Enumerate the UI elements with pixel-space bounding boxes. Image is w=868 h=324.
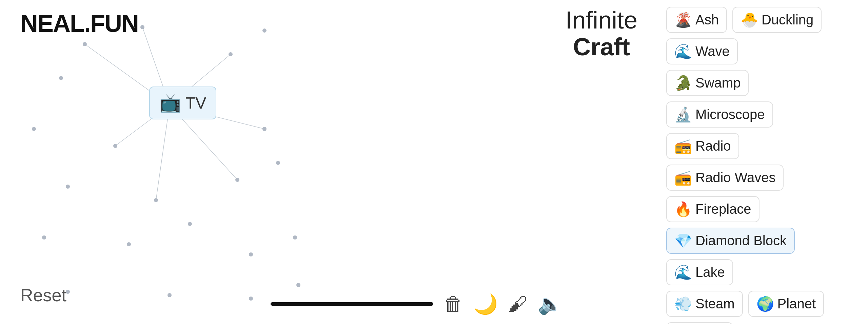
fireplace-label: Fireplace [695, 202, 751, 217]
microscope-label: Microscope [695, 107, 765, 122]
toolbar-bar [271, 302, 433, 306]
sidebar-row-2: 📻Radio📻Radio Waves [666, 133, 860, 191]
radio-waves-label: Radio Waves [695, 170, 775, 185]
radio-waves-emoji: 📻 [674, 171, 692, 185]
sidebar-row-3: 🔥Fireplace [666, 196, 860, 222]
svg-point-17 [66, 185, 70, 189]
svg-point-19 [235, 178, 239, 182]
svg-point-16 [262, 127, 267, 131]
sidebar-item-steam[interactable]: 💨Steam [666, 291, 743, 317]
svg-point-20 [276, 161, 280, 165]
svg-point-10 [59, 76, 63, 80]
background-dots [0, 0, 658, 324]
lake-emoji: 🌊 [674, 265, 692, 280]
svg-point-28 [249, 297, 253, 301]
sidebar-item-radio-waves[interactable]: 📻Radio Waves [666, 165, 784, 191]
wave-label: Wave [695, 44, 730, 59]
svg-point-22 [127, 242, 131, 246]
logo: NEAL.FUN [20, 9, 138, 37]
sidebar-row-4: 💎Diamond Block🌊Lake [666, 228, 860, 285]
svg-point-11 [229, 52, 233, 56]
ash-label: Ash [695, 12, 719, 27]
sidebar-item-diamond-block[interactable]: 💎Diamond Block [666, 228, 795, 254]
svg-point-21 [42, 235, 46, 240]
svg-point-9 [140, 25, 144, 29]
sidebar-item-swamp[interactable]: 🐊Swamp [666, 70, 749, 96]
trash-icon[interactable]: 🗑 [443, 294, 463, 314]
brush-icon[interactable]: 🖌 [508, 294, 528, 314]
svg-point-13 [32, 127, 36, 131]
reset-button[interactable]: Reset [20, 285, 66, 305]
canvas-tv-element[interactable]: 📺 TV [149, 87, 216, 119]
svg-point-29 [296, 283, 300, 287]
svg-point-25 [293, 235, 297, 240]
svg-line-6 [156, 105, 170, 200]
swamp-emoji: 🐊 [674, 76, 692, 90]
svg-point-27 [167, 293, 172, 297]
sidebar-item-radio[interactable]: 📻Radio [666, 133, 739, 159]
title-craft: Craft [566, 34, 637, 60]
sidebar-row-0: 🌋Ash🐣Duckling🌊Wave [666, 7, 860, 64]
planet-emoji: 🌍 [756, 297, 774, 311]
sidebar-item-lava[interactable]: 🌋Lava [666, 322, 733, 324]
ash-emoji: 🌋 [674, 13, 692, 27]
fireplace-emoji: 🔥 [674, 202, 692, 216]
svg-point-14 [113, 144, 117, 148]
svg-point-23 [188, 222, 192, 226]
sound-icon[interactable]: 🔈 [538, 294, 562, 314]
svg-point-12 [262, 28, 267, 33]
planet-label: Planet [777, 296, 816, 311]
tv-label: TV [185, 94, 206, 112]
duckling-label: Duckling [762, 12, 813, 27]
sidebar-row-1: 🐊Swamp🔬Microscope [666, 70, 860, 128]
sidebar-item-ash[interactable]: 🌋Ash [666, 7, 727, 33]
sidebar-item-planet[interactable]: 🌍Planet [748, 291, 824, 317]
night-mode-icon[interactable]: 🌙 [473, 294, 498, 314]
sidebar-item-microscope[interactable]: 🔬Microscope [666, 101, 773, 128]
duckling-emoji: 🐣 [741, 13, 758, 27]
toolbar: 🗑 🌙 🖌 🔈 [271, 294, 562, 314]
tv-emoji: 📺 [159, 93, 181, 113]
svg-point-24 [249, 252, 253, 256]
sidebar-item-duckling[interactable]: 🐣Duckling [732, 7, 822, 33]
sidebar: 🌋Ash🐣Duckling🌊Wave🐊Swamp🔬Microscope📻Radi… [658, 0, 868, 324]
svg-point-18 [154, 198, 158, 202]
diamond-block-emoji: 💎 [674, 234, 692, 248]
sidebar-item-lake[interactable]: 🌊Lake [666, 259, 733, 285]
canvas-area[interactable]: NEAL.FUN Infinite Craft 📺 TV Reset 🗑 🌙 🖌… [0, 0, 658, 324]
svg-point-8 [83, 42, 87, 46]
microscope-emoji: 🔬 [674, 108, 692, 122]
radio-emoji: 📻 [674, 139, 692, 153]
sidebar-row-5: 💨Steam🌍Planet🌋Lava [666, 291, 860, 324]
diamond-block-label: Diamond Block [695, 233, 787, 248]
wave-emoji: 🌊 [674, 44, 692, 59]
steam-emoji: 💨 [674, 297, 692, 311]
sidebar-item-wave[interactable]: 🌊Wave [666, 38, 738, 64]
steam-label: Steam [695, 296, 735, 311]
lake-label: Lake [695, 265, 725, 280]
craft-title: Infinite Craft [566, 7, 637, 60]
sidebar-item-fireplace[interactable]: 🔥Fireplace [666, 196, 760, 222]
swamp-label: Swamp [695, 75, 741, 91]
title-infinite: Infinite [566, 7, 637, 34]
radio-label: Radio [695, 138, 731, 154]
